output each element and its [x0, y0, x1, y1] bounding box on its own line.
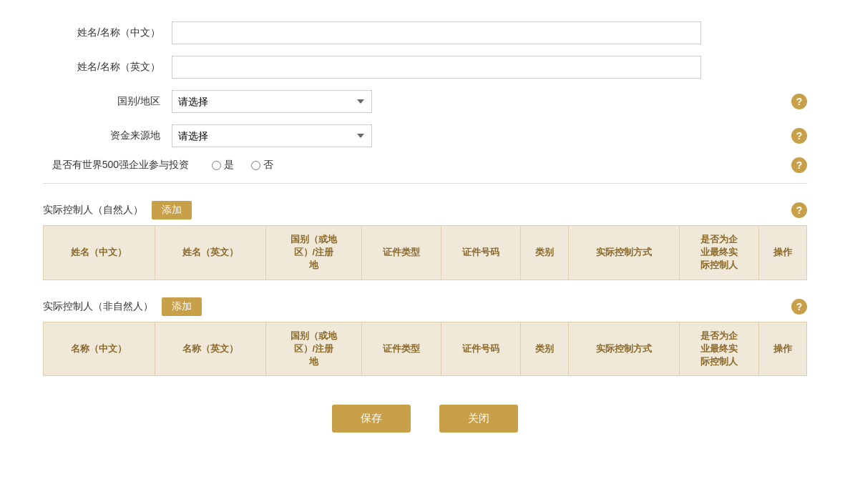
fortune500-no-radio[interactable]: [251, 161, 260, 170]
fund-source-help-icon[interactable]: ?: [791, 128, 807, 144]
non-natural-person-help-icon[interactable]: ?: [791, 299, 807, 315]
fortune500-no-text: 否: [263, 159, 273, 172]
name-en-label: 姓名/名称（英文）: [43, 61, 172, 74]
col-org-operation: 操作: [759, 322, 807, 376]
fortune500-label: 是否有世界500强企业参与投资: [43, 159, 200, 172]
close-button[interactable]: 关闭: [439, 405, 518, 433]
col-org-cert-type: 证件类型: [361, 322, 441, 376]
col-name-cn: 姓名（中文）: [44, 226, 155, 280]
col-org-country: 国别（或地区）/注册地: [266, 322, 361, 376]
fortune500-row: 是否有世界500强企业参与投资 是 否 ?: [43, 159, 807, 172]
col-org-cert-no: 证件号码: [441, 322, 520, 376]
fortune500-radio-group: 是 否: [200, 159, 273, 172]
page-container: 姓名/名称（中文） 姓名/名称（英文） 国别/地区 请选择 ? 资金来源地 请选…: [0, 0, 850, 504]
col-category: 类别: [520, 226, 568, 280]
name-en-input[interactable]: [172, 56, 701, 79]
fund-source-select[interactable]: 请选择: [172, 124, 372, 147]
divider-1: [43, 183, 807, 184]
col-org-name-cn: 名称（中文）: [44, 322, 155, 376]
col-control-method: 实际控制方式: [568, 226, 680, 280]
col-cert-type: 证件类型: [361, 226, 441, 280]
country-select[interactable]: 请选择: [172, 90, 372, 113]
non-natural-person-table-header-row: 名称（中文） 名称（英文） 国别（或地区）/注册地 证件类型 证件号码 类别 实…: [44, 322, 807, 376]
country-row: 国别/地区 请选择 ?: [43, 90, 807, 113]
col-country: 国别（或地区）/注册地: [266, 226, 361, 280]
col-is-final: 是否为企业最终实际控制人: [680, 226, 759, 280]
non-natural-person-header: 实际控制人（非自然人） 添加 ?: [43, 297, 807, 322]
natural-person-header: 实际控制人（自然人） 添加 ?: [43, 201, 807, 225]
fund-source-label: 资金来源地: [43, 129, 172, 142]
col-cert-no: 证件号码: [441, 226, 520, 280]
fortune500-yes-text: 是: [224, 159, 234, 172]
col-org-control-method: 实际控制方式: [568, 322, 680, 376]
natural-person-title: 实际控制人（自然人）: [43, 204, 143, 217]
save-button[interactable]: 保存: [332, 405, 411, 433]
name-cn-input[interactable]: [172, 21, 701, 44]
non-natural-person-add-button[interactable]: 添加: [162, 297, 202, 316]
country-help-icon[interactable]: ?: [791, 94, 807, 109]
non-natural-person-title: 实际控制人（非自然人）: [43, 300, 153, 313]
col-name-en: 姓名（英文）: [155, 226, 266, 280]
fortune500-yes-label[interactable]: 是: [212, 159, 234, 172]
fortune500-yes-radio[interactable]: [212, 161, 221, 170]
natural-person-add-button[interactable]: 添加: [152, 201, 192, 219]
fund-source-row: 资金来源地 请选择 ?: [43, 124, 807, 147]
col-org-name-en: 名称（英文）: [155, 322, 266, 376]
col-operation: 操作: [759, 226, 807, 280]
country-label: 国别/地区: [43, 95, 172, 108]
fortune500-help-icon[interactable]: ?: [791, 157, 807, 173]
name-cn-label: 姓名/名称（中文）: [43, 26, 172, 39]
col-org-category: 类别: [520, 322, 568, 376]
non-natural-person-table: 名称（中文） 名称（英文） 国别（或地区）/注册地 证件类型 证件号码 类别 实…: [43, 322, 807, 377]
natural-person-help-icon[interactable]: ?: [791, 202, 807, 218]
col-org-is-final: 是否为企业最终实际控制人: [680, 322, 759, 376]
footer-buttons: 保存 关闭: [43, 405, 807, 433]
fortune500-no-label[interactable]: 否: [251, 159, 273, 172]
name-cn-row: 姓名/名称（中文）: [43, 21, 807, 44]
natural-person-table-header-row: 姓名（中文） 姓名（英文） 国别（或地区）/注册地 证件类型 证件号码 类别 实…: [44, 226, 807, 280]
name-en-row: 姓名/名称（英文）: [43, 56, 807, 79]
natural-person-table: 姓名（中文） 姓名（英文） 国别（或地区）/注册地 证件类型 证件号码 类别 实…: [43, 225, 807, 280]
